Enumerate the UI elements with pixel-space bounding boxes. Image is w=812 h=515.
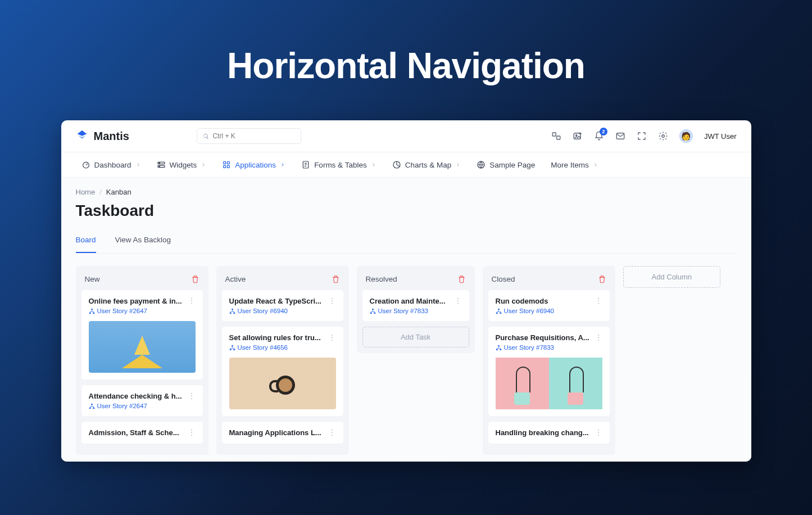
trash-icon[interactable] bbox=[191, 275, 199, 283]
story-link[interactable]: User Story #2647 bbox=[89, 403, 196, 409]
more-icon[interactable]: ⋮ bbox=[328, 297, 336, 305]
forms-icon bbox=[301, 160, 310, 169]
nav-forms-tables[interactable]: Forms & Tables bbox=[301, 160, 376, 169]
svg-point-9 bbox=[159, 162, 160, 163]
more-icon[interactable]: ⋮ bbox=[328, 428, 336, 436]
kanban-card[interactable]: Purchase Requisitions, A... ⋮ User Story… bbox=[488, 327, 610, 416]
nav-widgets[interactable]: Widgets bbox=[157, 160, 207, 169]
column-new: New Online fees payment & in... ⋮ User S… bbox=[76, 266, 208, 455]
add-task-button[interactable]: Add Task bbox=[362, 327, 469, 347]
svg-rect-23 bbox=[93, 407, 94, 408]
breadcrumb: Home / Kanban bbox=[76, 188, 737, 196]
story-link[interactable]: User Story #7833 bbox=[370, 308, 462, 314]
add-column-button[interactable]: Add Column bbox=[623, 266, 721, 288]
search-box[interactable] bbox=[197, 128, 301, 144]
nav-label: Sample Page bbox=[489, 161, 535, 169]
hierarchy-icon bbox=[89, 308, 95, 314]
nav-charts-map[interactable]: Charts & Map bbox=[392, 160, 461, 169]
kanban-card[interactable]: Attendance checking & h... ⋮ User Story … bbox=[81, 385, 203, 416]
svg-rect-18 bbox=[91, 308, 93, 309]
nav-label: Forms & Tables bbox=[314, 161, 367, 169]
svg-rect-19 bbox=[89, 312, 90, 313]
more-icon[interactable]: ⋮ bbox=[595, 297, 602, 305]
tab-view-as-backlog[interactable]: View As Backlog bbox=[115, 236, 171, 253]
svg-point-10 bbox=[159, 166, 160, 166]
kanban-card[interactable]: Creation and Mainte... ⋮ User Story #783… bbox=[362, 290, 469, 321]
story-link[interactable]: User Story #4656 bbox=[229, 344, 336, 351]
svg-rect-30 bbox=[372, 308, 374, 309]
more-icon[interactable]: ⋮ bbox=[188, 392, 196, 400]
kanban-card[interactable]: Run codemods ⋮ User Story #6940 bbox=[488, 290, 610, 321]
svg-rect-27 bbox=[232, 345, 233, 346]
card-title: Attendance checking & h... bbox=[89, 392, 182, 400]
hierarchy-icon bbox=[229, 345, 235, 351]
svg-rect-13 bbox=[224, 165, 226, 168]
more-icon[interactable]: ⋮ bbox=[595, 333, 602, 341]
hero-title: Horizontal Navigation bbox=[0, 0, 812, 120]
kanban-card[interactable]: Admission, Staff & Sche... ⋮ bbox=[81, 422, 203, 444]
nav-sample-page[interactable]: Sample Page bbox=[477, 160, 535, 169]
chevron-right-icon bbox=[455, 162, 461, 168]
chevron-right-icon bbox=[201, 162, 206, 168]
more-icon[interactable]: ⋮ bbox=[188, 297, 196, 305]
card-title: Set allowing rules for tru... bbox=[229, 333, 321, 342]
user-avatar[interactable]: 🧑 bbox=[679, 129, 693, 143]
trash-icon[interactable] bbox=[332, 275, 340, 283]
tabs: Board View As Backlog bbox=[76, 236, 737, 254]
svg-rect-24 bbox=[232, 308, 233, 309]
hierarchy-icon bbox=[229, 308, 235, 314]
nav-dashboard[interactable]: Dashboard bbox=[81, 160, 141, 169]
nav-label: Charts & Map bbox=[405, 161, 452, 169]
kanban-card[interactable]: Update React & TypeScri... ⋮ User Story … bbox=[222, 290, 343, 321]
story-link[interactable]: User Story #6940 bbox=[496, 308, 602, 314]
story-link[interactable]: User Story #2647 bbox=[89, 308, 196, 314]
brand-logo-icon bbox=[76, 129, 88, 143]
column-closed: Closed Run codemods ⋮ User Story #6940 bbox=[483, 266, 615, 455]
more-icon[interactable]: ⋮ bbox=[595, 428, 602, 436]
svg-rect-22 bbox=[89, 407, 90, 408]
breadcrumb-home[interactable]: Home bbox=[76, 188, 96, 196]
topbar: Mantis 2 🧑 JWT User bbox=[61, 120, 751, 152]
column-title: Closed bbox=[492, 275, 515, 283]
tab-board[interactable]: Board bbox=[76, 236, 96, 253]
card-image bbox=[229, 358, 336, 409]
settings-icon[interactable] bbox=[658, 131, 668, 141]
translate-icon[interactable] bbox=[551, 131, 561, 141]
image-add-icon[interactable] bbox=[573, 131, 583, 141]
column-resolved: Resolved Creation and Mainte... ⋮ User S… bbox=[357, 266, 475, 353]
bell-icon[interactable]: 2 bbox=[594, 131, 604, 141]
story-link[interactable]: User Story #6940 bbox=[229, 308, 336, 314]
page-icon bbox=[477, 160, 486, 169]
kanban-card[interactable]: Handling breaking chang... ⋮ bbox=[488, 422, 610, 444]
card-title: Purchase Requisitions, A... bbox=[496, 333, 589, 342]
chevron-right-icon bbox=[135, 162, 141, 168]
nav-more-items[interactable]: More Items bbox=[551, 161, 598, 169]
svg-rect-32 bbox=[374, 312, 375, 313]
svg-rect-1 bbox=[557, 136, 560, 139]
hierarchy-icon bbox=[496, 345, 502, 351]
chevron-right-icon bbox=[593, 162, 598, 168]
story-link[interactable]: User Story #7833 bbox=[496, 344, 602, 351]
more-icon[interactable]: ⋮ bbox=[454, 297, 462, 305]
svg-rect-34 bbox=[496, 312, 497, 313]
nav-applications[interactable]: Applications bbox=[222, 160, 285, 169]
brand-name: Mantis bbox=[94, 130, 129, 143]
trash-icon[interactable] bbox=[598, 275, 606, 283]
search-input[interactable] bbox=[212, 132, 294, 140]
page-title: Taskboard bbox=[76, 202, 737, 220]
more-icon[interactable]: ⋮ bbox=[188, 428, 196, 436]
brand-wrap[interactable]: Mantis bbox=[76, 129, 129, 143]
fullscreen-icon[interactable] bbox=[637, 131, 647, 141]
hierarchy-icon bbox=[496, 308, 502, 314]
kanban-card[interactable]: Managing Applications L... ⋮ bbox=[222, 422, 343, 444]
mail-icon[interactable] bbox=[615, 131, 625, 141]
card-title: Update React & TypeScri... bbox=[229, 297, 321, 305]
more-icon[interactable]: ⋮ bbox=[328, 333, 336, 341]
column-title: Resolved bbox=[366, 275, 397, 283]
card-title: Managing Applications L... bbox=[229, 428, 321, 437]
trash-icon[interactable] bbox=[457, 275, 466, 283]
svg-rect-26 bbox=[233, 312, 235, 313]
card-title: Creation and Mainte... bbox=[370, 297, 446, 305]
kanban-card[interactable]: Online fees payment & in... ⋮ User Story… bbox=[81, 290, 203, 380]
kanban-card[interactable]: Set allowing rules for tru... ⋮ User Sto… bbox=[222, 327, 343, 416]
